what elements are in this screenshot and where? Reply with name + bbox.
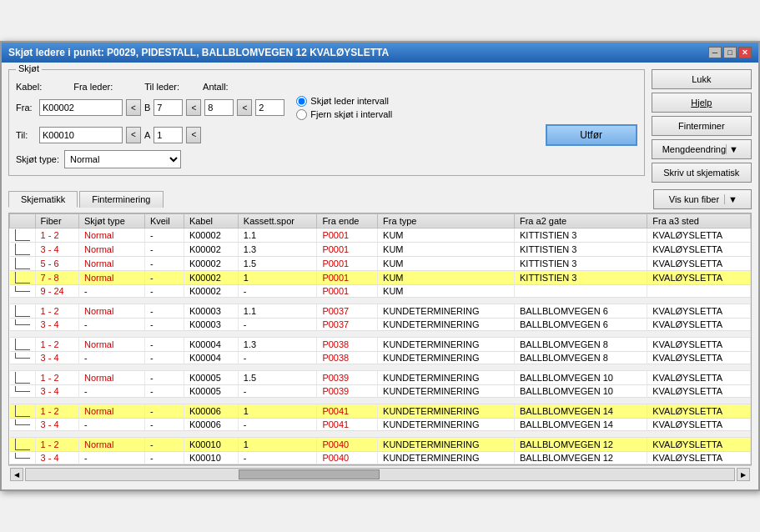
table-row[interactable]: 1 - 2 Normal - K00004 1.3 P0038 KUNDETER… (10, 338, 751, 352)
kabel-label: Kabel: (16, 82, 42, 92)
kabel-cell: K00002 (184, 284, 238, 297)
radio-skjot-input[interactable] (296, 96, 307, 107)
tree-cell (10, 438, 36, 452)
table-row[interactable]: 9 - 24 - - K00002 - P0001 KUM (10, 284, 751, 297)
tab-skjematikk[interactable]: Skjematikk (8, 191, 78, 208)
fra-ende-cell: P0001 (317, 270, 378, 284)
fra-ende-cell: P0001 (317, 242, 378, 256)
fra-kabel-input[interactable] (39, 99, 123, 116)
table-row[interactable]: 1 - 2 Normal - K00010 1 P0040 KUNDETERMI… (10, 438, 751, 452)
fiber-cell: 1 - 2 (35, 228, 78, 242)
kabel-cell: K00004 (184, 338, 238, 352)
vis-kun-fiber-arrow[interactable]: ▼ (724, 194, 741, 204)
table-row[interactable]: 5 - 6 Normal - K00002 1.5 P0001 KUM KITT… (10, 256, 751, 270)
kassett-cell: - (238, 319, 317, 331)
fiber-cell: 7 - 8 (35, 270, 78, 284)
minimize-button[interactable]: ─ (708, 47, 722, 58)
table-container[interactable]: Fiber Skjøt type Kveil Kabel Kassett.spo… (8, 213, 752, 466)
finterminer-button[interactable]: Finterminer (652, 116, 752, 136)
table-row[interactable]: 7 - 8 Normal - K00002 1 P0001 KUM KITTIS… (10, 270, 751, 284)
mengdeendring-arrow[interactable]: ▼ (726, 144, 741, 154)
fra-type-cell: KUNDETERMINERING (378, 304, 515, 318)
kveil-cell: - (144, 228, 184, 242)
kassett-cell: 1 (238, 270, 317, 284)
title-bar: Skjøt ledere i punkt: P0029, PIDESTALL, … (2, 43, 758, 63)
radio-fjern[interactable]: Fjern skjøt i intervall (296, 109, 392, 120)
kassett-cell: - (238, 419, 317, 431)
kveil-cell: - (144, 338, 184, 352)
close-window-button[interactable]: ✕ (738, 47, 752, 58)
tree-cell (10, 242, 36, 256)
maximize-button[interactable]: □ (723, 47, 737, 58)
radio-fjern-input[interactable] (296, 109, 307, 120)
mengdeendring-button[interactable]: Mengdeendring ▼ (652, 139, 752, 159)
radio-skjot[interactable]: Skjøt leder intervall (296, 96, 392, 107)
main-content: Skjøt Kabel: Fra leder: Til leder: Antal… (2, 63, 758, 490)
col-fiber: Fiber (35, 213, 78, 228)
fiber-cell: 3 - 4 (35, 452, 78, 464)
skriv-ut-button[interactable]: Skriv ut skjematisk (652, 163, 752, 183)
fra-leder-b-input[interactable] (154, 99, 183, 116)
kassett-cell: - (238, 284, 317, 297)
skjot-type-cell: - (78, 319, 144, 331)
col-fra-ende: Fra ende (317, 213, 378, 228)
tree-cell (10, 404, 36, 419)
fra-ende-cell: P0040 (317, 438, 378, 452)
antall-input[interactable] (255, 99, 284, 116)
radio-group: Skjøt leder intervall Fjern skjøt i inte… (296, 96, 392, 120)
kassett-cell: - (238, 352, 317, 364)
fra-ende-cell: P0041 (317, 404, 378, 419)
fiber-cell: 3 - 4 (35, 419, 78, 431)
col-fra-a2: Fra a2 gate (514, 213, 647, 228)
table-row[interactable]: 1 - 2 Normal - K00006 1 P0041 KUNDETERMI… (10, 404, 751, 419)
fra-ende-cell: P0040 (317, 452, 378, 464)
kabel-cell: K00003 (184, 319, 238, 331)
col-tree (10, 213, 36, 228)
fra-type-cell: KUNDETERMINERING (378, 352, 515, 364)
skjot-type-cell: - (78, 352, 144, 364)
horizontal-scrollbar[interactable] (25, 468, 735, 481)
fra-leder-a-prev[interactable]: < (186, 127, 201, 143)
fra-a2-cell (514, 284, 647, 297)
kabel-cell: K00002 (184, 242, 238, 256)
til-kabel-input[interactable] (39, 127, 123, 143)
fra-leder-a-input[interactable] (154, 127, 183, 143)
hjelp-button[interactable]: Hjelp (652, 93, 752, 113)
til-label: Til: (16, 130, 36, 140)
scroll-right-button[interactable]: ▶ (737, 468, 750, 481)
table-row[interactable]: 3 - 4 - - K00003 - P0037 KUNDETERMINERIN… (10, 319, 751, 331)
skjot-type-cell: - (78, 385, 144, 398)
fra-type-cell: KUNDETERMINERING (378, 419, 515, 431)
table-row[interactable]: 3 - 4 - - K00006 - P0041 KUNDETERMINERIN… (10, 419, 751, 431)
tab-finterminering[interactable]: Finterminering (79, 191, 163, 208)
til-leder-input[interactable] (204, 99, 234, 116)
fra-a3-cell: KVALØYSLETTA (647, 270, 751, 284)
til-kabel-prev[interactable]: < (126, 127, 141, 143)
col-kveil: Kveil (144, 213, 184, 228)
til-a-label: A (144, 130, 150, 140)
scroll-left-button[interactable]: ◀ (10, 468, 23, 481)
table-row[interactable]: 1 - 2 Normal - K00003 1.1 P0037 KUNDETER… (10, 304, 751, 318)
til-leder-prev[interactable]: < (237, 99, 252, 116)
table-row[interactable]: 1 - 2 Normal - K00005 1.5 P0039 KUNDETER… (10, 371, 751, 385)
utfor-button[interactable]: Utfør (546, 124, 637, 146)
table-row[interactable]: 3 - 4 Normal - K00002 1.3 P0001 KUM KITT… (10, 242, 751, 256)
fra-ende-cell: P0001 (317, 284, 378, 297)
lukk-button[interactable]: Lukk (652, 69, 752, 89)
fra-leder-b-prev[interactable]: < (186, 99, 201, 116)
skjot-type-select[interactable]: Normal Type 2 Type 3 (64, 150, 181, 168)
fra-kabel-prev[interactable]: < (126, 99, 141, 116)
vis-kun-fiber-button[interactable]: Vis kun fiber ▼ (653, 189, 752, 209)
tree-cell (10, 304, 36, 318)
table-row[interactable]: 3 - 4 - - K00005 - P0039 KUNDETERMINERIN… (10, 385, 751, 398)
kabel-cell: K00002 (184, 228, 238, 242)
kveil-cell: - (144, 319, 184, 331)
fiber-cell: 1 - 2 (35, 438, 78, 452)
table-row[interactable]: 1 - 2 Normal - K00002 1.1 P0001 KUM KITT… (10, 228, 751, 242)
table-row[interactable]: 3 - 4 - - K00004 - P0038 KUNDETERMINERIN… (10, 352, 751, 364)
kabel-cell: K00006 (184, 404, 238, 419)
tree-cell (10, 270, 36, 284)
table-row[interactable]: 3 - 4 - - K00010 - P0040 KUNDETERMINERIN… (10, 452, 751, 464)
kveil-cell: - (144, 385, 184, 398)
fra-a3-cell: KVALØYSLETTA (647, 404, 751, 419)
